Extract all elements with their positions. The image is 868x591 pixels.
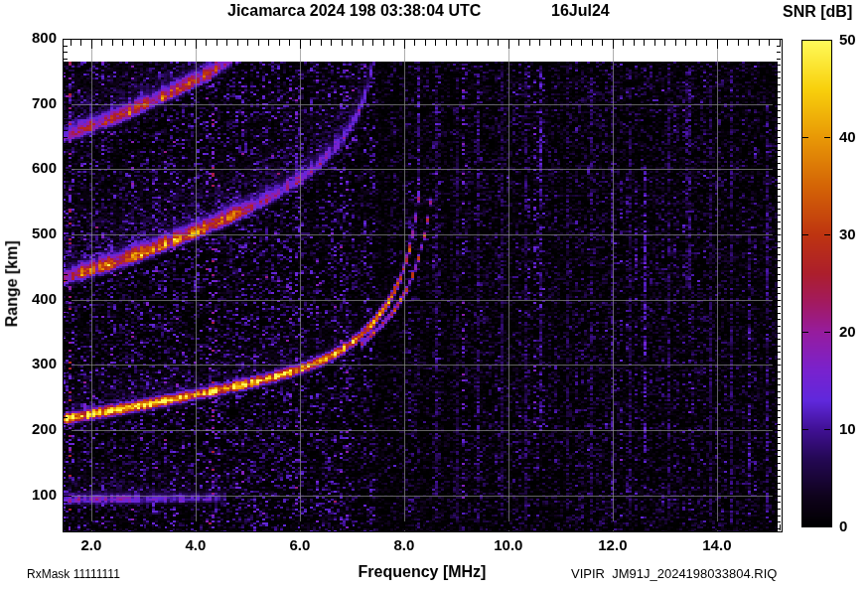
y-tick-label: 800 bbox=[13, 30, 57, 47]
x-tick-label: 6.0 bbox=[275, 537, 325, 554]
chart-title: Jicamarca 2024 198 03:38:04 UTC bbox=[227, 2, 481, 20]
y-tick-label: 500 bbox=[13, 225, 57, 242]
y-tick-label: 600 bbox=[13, 160, 57, 177]
x-tick-label: 10.0 bbox=[484, 537, 533, 554]
colorbar-tick-label: 50 bbox=[839, 32, 856, 49]
y-tick-label: 200 bbox=[13, 421, 57, 438]
y-tick-label: 100 bbox=[13, 487, 57, 504]
colorbar-title: SNR [dB] bbox=[783, 3, 852, 21]
footer-filename: VIPIR JM91J_2024198033804.RIQ bbox=[571, 567, 777, 581]
x-axis-label: Frequency [MHz] bbox=[350, 563, 495, 581]
x-tick-label: 8.0 bbox=[379, 537, 429, 554]
x-tick-label: 12.0 bbox=[588, 537, 638, 554]
x-tick-label: 2.0 bbox=[67, 537, 116, 554]
colorbar-tick-label: 40 bbox=[839, 129, 856, 146]
x-tick-label: 4.0 bbox=[171, 537, 220, 554]
ionogram-figure: Jicamarca 2024 198 03:38:04 UTC 16Jul24 … bbox=[0, 0, 868, 591]
ionogram-canvas bbox=[0, 0, 868, 591]
colorbar-tick-label: 10 bbox=[839, 421, 856, 438]
footer-rxmask: RxMask 11111111 bbox=[27, 568, 120, 581]
colorbar-tick-label: 30 bbox=[839, 226, 856, 243]
colorbar-tick-label: 0 bbox=[839, 518, 847, 535]
y-tick-label: 400 bbox=[13, 291, 57, 308]
y-tick-label: 700 bbox=[13, 95, 57, 112]
x-tick-label: 14.0 bbox=[692, 537, 742, 554]
chart-date: 16Jul24 bbox=[551, 2, 610, 20]
y-tick-label: 300 bbox=[13, 356, 57, 372]
colorbar-tick-label: 20 bbox=[839, 324, 856, 341]
